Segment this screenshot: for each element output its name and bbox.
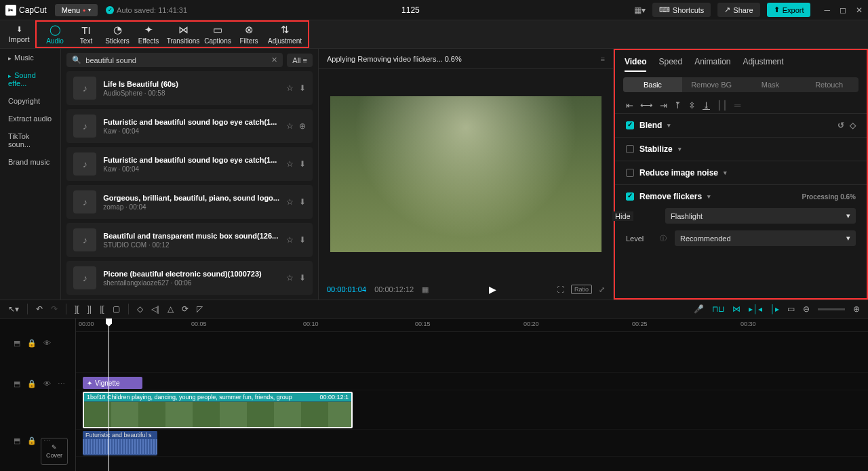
audio-item[interactable]: ♪ Life Is Beautiful (60s) AudioSphere · … — [66, 71, 313, 105]
trim-left-icon[interactable]: ]| — [87, 304, 92, 314]
favorite-icon[interactable]: ☆ — [286, 121, 294, 131]
audio-item[interactable]: ♪ Gorgeous, brilliant, beautiful, piano,… — [66, 185, 313, 219]
tab-filters[interactable]: ⊗Filters — [233, 24, 264, 45]
preview-viewport[interactable] — [330, 96, 601, 252]
subtab-mask[interactable]: Mask — [741, 77, 800, 92]
tab-adjustment[interactable]: ⇅Adjustment — [264, 24, 305, 45]
subtab-retouch[interactable]: Retouch — [800, 77, 859, 92]
reverse-icon[interactable]: ◁| — [151, 304, 159, 314]
keyframe-icon[interactable]: ◇ — [850, 121, 856, 130]
lock-icon[interactable]: 🔒 — [27, 436, 37, 445]
lock-icon[interactable]: 🔒 — [27, 380, 37, 388]
track-lock-icon[interactable]: ⬒ — [14, 436, 20, 445]
zoom-slider[interactable] — [818, 308, 845, 310]
align-left-icon[interactable]: ⇤ — [626, 100, 633, 110]
snap-icon[interactable]: ▸│◂ — [749, 304, 762, 314]
undo-icon[interactable]: ↶ — [36, 304, 43, 314]
reduce-noise-checkbox[interactable] — [626, 169, 634, 177]
download-icon[interactable]: ⬇ — [299, 273, 306, 283]
align-center-v-icon[interactable]: ⇳ — [688, 100, 696, 110]
record-icon[interactable]: ◇ — [137, 304, 143, 314]
audio-clip[interactable]: Futuristic and beautiful s — [83, 431, 157, 455]
add-icon[interactable]: ⊕ — [299, 121, 306, 131]
favorite-icon[interactable]: ☆ — [286, 159, 294, 169]
search-input[interactable]: 🔍 beautiful sound ✕ — [66, 53, 283, 67]
export-button[interactable]: ⬆Export — [767, 3, 811, 17]
align-center-h-icon[interactable]: ⟷ — [640, 100, 653, 110]
timeline-ruler[interactable]: 00:00 00:05 00:10 00:15 00:20 00:25 00:3… — [76, 319, 868, 332]
track-icon[interactable]: │▸ — [770, 304, 780, 314]
share-button[interactable]: ↗Share — [717, 3, 760, 17]
favorite-icon[interactable]: ☆ — [286, 273, 294, 283]
sidebar-item-music[interactable]: ▸Music — [0, 49, 60, 66]
inspector-tab-video[interactable]: Video — [625, 57, 646, 72]
align-bottom-icon[interactable]: ⤓ — [703, 100, 710, 110]
download-icon[interactable]: ⬇ — [299, 197, 306, 207]
grid-icon[interactable]: ▦ — [422, 285, 429, 294]
video-clip[interactable]: 1bof18 Children playing, dancing, young … — [83, 392, 353, 428]
import-button[interactable]: ⬇ Import — [3, 25, 35, 43]
align-right-icon[interactable]: ⇥ — [660, 100, 667, 110]
panel-menu-icon[interactable]: ≡ — [601, 55, 605, 63]
tab-effects[interactable]: ✦Effects — [133, 24, 164, 45]
blend-checkbox[interactable] — [626, 121, 634, 129]
audio-item[interactable]: ♪ Beautiful and transparent music box so… — [66, 223, 313, 257]
remove-flickers-checkbox[interactable] — [626, 192, 634, 201]
ratio-button[interactable]: Ratio — [571, 285, 592, 294]
favorite-icon[interactable]: ☆ — [286, 83, 294, 93]
filter-button[interactable]: All≡ — [287, 54, 313, 67]
track-lock-icon[interactable]: ⬒ — [14, 380, 20, 388]
sidebar-item-copyright[interactable]: Copyright — [0, 92, 60, 110]
tab-stickers[interactable]: ◔Stickers — [102, 24, 133, 45]
sidebar-item-extract-audio[interactable]: Extract audio — [0, 110, 60, 127]
audio-item[interactable]: ♪ Futuristic and beautiful sound logo ey… — [66, 109, 313, 143]
link-icon[interactable]: ⋈ — [732, 304, 741, 314]
maximize-icon[interactable]: ◻ — [840, 5, 846, 15]
track-lock-icon[interactable]: ⬒ — [14, 339, 20, 348]
shortcuts-button[interactable]: ⌨Shortcuts — [652, 3, 711, 17]
fullscreen-icon[interactable]: ⤢ — [599, 285, 605, 294]
align-top-icon[interactable]: ⤒ — [674, 100, 682, 110]
favorite-icon[interactable]: ☆ — [286, 235, 294, 245]
magnet-icon[interactable]: ⊓⊔ — [712, 304, 724, 314]
tab-transitions[interactable]: ⋈Transitions — [164, 24, 202, 45]
download-icon[interactable]: ⬇ — [299, 159, 306, 169]
reset-icon[interactable]: ↺ — [837, 121, 844, 130]
chevron-down-icon[interactable]: ▾ — [667, 122, 671, 129]
mic-icon[interactable]: 🎤 — [694, 304, 704, 314]
delete-icon[interactable]: ▢ — [113, 304, 120, 314]
zoom-in-icon[interactable]: ⊕ — [853, 304, 860, 314]
split-icon[interactable]: ][ — [75, 304, 79, 314]
sidebar-item-tiktok[interactable]: TikTok soun... — [0, 127, 60, 153]
inspector-tab-adjustment[interactable]: Adjustment — [743, 57, 784, 72]
tab-captions[interactable]: ▭Captions — [202, 24, 233, 45]
scan-icon[interactable]: ⛶ — [557, 285, 564, 293]
trim-right-icon[interactable]: |[ — [100, 304, 104, 314]
chevron-down-icon[interactable]: ▾ — [707, 193, 711, 200]
inspector-tab-animation[interactable]: Animation — [694, 57, 730, 72]
zoom-out-icon[interactable]: ⊖ — [803, 304, 810, 314]
pointer-tool-icon[interactable]: ↖▾ — [8, 304, 19, 314]
close-icon[interactable]: ✕ — [856, 5, 863, 15]
minimize-icon[interactable]: ─ — [824, 5, 830, 15]
menu-button[interactable]: Menu•▾ — [55, 4, 98, 16]
redo-icon[interactable]: ↷ — [51, 304, 58, 314]
chevron-down-icon[interactable]: ▾ — [678, 146, 682, 152]
audio-item[interactable]: ♪ Futuristic and beautiful sound logo ey… — [66, 147, 313, 181]
sidebar-item-brand-music[interactable]: Brand music — [0, 153, 60, 171]
audio-item[interactable]: ♪ Picone (beautiful electronic sound)(10… — [66, 261, 313, 295]
layout-icon[interactable]: ▦▾ — [634, 5, 646, 15]
chevron-down-icon[interactable]: ▾ — [724, 169, 727, 176]
download-icon[interactable]: ⬇ — [299, 83, 306, 93]
eye-icon[interactable]: 👁 — [43, 380, 51, 388]
clear-search-icon[interactable]: ✕ — [271, 56, 277, 64]
favorite-icon[interactable]: ☆ — [286, 197, 294, 207]
crop-icon[interactable]: ◸ — [197, 304, 203, 314]
flicker-type-select[interactable]: Flashlight▾ — [665, 208, 856, 224]
playhead[interactable] — [108, 319, 109, 471]
mirror-icon[interactable]: △ — [167, 304, 174, 314]
subtab-remove-bg[interactable]: Remove BG — [682, 77, 741, 92]
sidebar-item-sound-effects[interactable]: ▸Sound effe... — [0, 66, 60, 92]
eye-icon[interactable]: 👁 — [43, 339, 51, 348]
subtab-basic[interactable]: Basic — [623, 77, 682, 92]
